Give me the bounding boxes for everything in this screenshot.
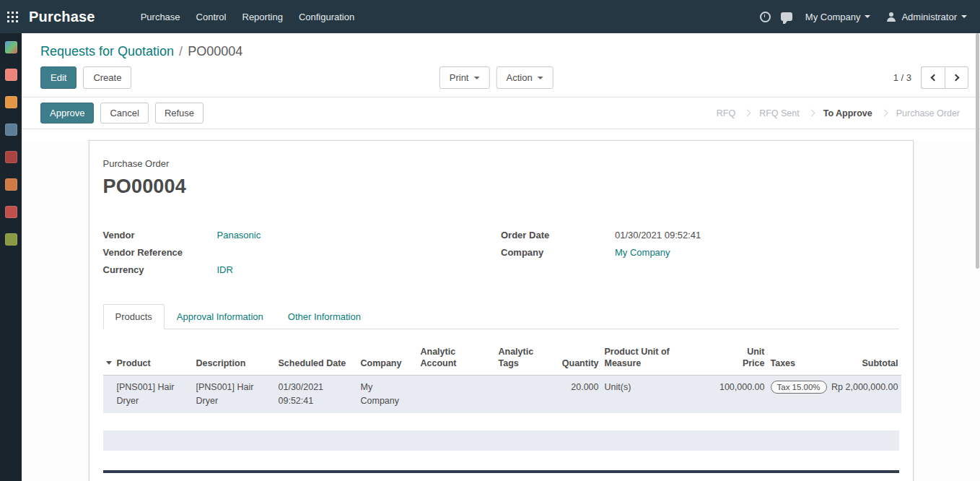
sidebar-app-icon[interactable]	[5, 96, 17, 108]
order-line-row[interactable]: [PNS001] Hair Dryer [PNS001] Hair Dryer …	[103, 376, 901, 414]
cell-taxes: Tax 15.00%	[768, 376, 828, 414]
column-description[interactable]: Description	[193, 343, 276, 376]
sidebar-app-icon[interactable]	[5, 178, 17, 191]
messages-icon[interactable]	[781, 12, 792, 21]
company-value-link[interactable]: My Company	[615, 247, 670, 258]
chevron-down-icon	[473, 77, 479, 79]
sidebar-app-icon[interactable]	[5, 206, 17, 218]
status-pipeline: RFQ RFQ Sent To Approve Purchase Order	[708, 105, 968, 121]
sidebar-app-icon[interactable]	[5, 124, 17, 136]
chevron-right-icon	[808, 110, 815, 117]
notebook-tabs: Products Approval Information Other Info…	[103, 303, 899, 329]
action-menus: Print Action	[439, 66, 554, 89]
chevron-down-icon	[961, 15, 967, 18]
breadcrumb-parent-link[interactable]: Requests for Quotation	[40, 44, 174, 58]
chevron-down-icon	[538, 77, 543, 79]
cell-uom: Unit(s)	[602, 376, 681, 414]
tab-other-information[interactable]: Other Information	[276, 304, 373, 329]
user-icon	[886, 12, 896, 22]
form-view: Purchase Order PO00004 Vendor Panasonic …	[22, 140, 980, 481]
sidebar-app-icon[interactable]	[5, 151, 17, 163]
cell-company: My Company	[358, 376, 418, 414]
vertical-scrollbar[interactable]	[976, 33, 979, 269]
currency-label: Currency	[103, 264, 217, 275]
action-label: Action	[506, 73, 532, 82]
statusbar: Approve Cancel Refuse RFQ RFQ Sent To Ap…	[22, 97, 980, 129]
print-label: Print	[450, 73, 469, 82]
menu-control[interactable]: Control	[188, 7, 235, 27]
column-subtotal[interactable]: Subtotal	[828, 343, 901, 376]
column-analytic-account[interactable]: Analytic Account	[418, 343, 496, 376]
column-taxes[interactable]: Taxes	[768, 343, 828, 376]
apps-grid-icon[interactable]	[0, 0, 25, 33]
breadcrumb-current: PO00004	[188, 44, 242, 58]
order-lines-table: Product Description Scheduled Date Compa…	[103, 343, 901, 413]
activities-icon[interactable]	[760, 12, 771, 22]
vendor-label: Vendor	[103, 230, 217, 240]
action-dropdown[interactable]: Action	[496, 66, 553, 89]
approve-button[interactable]: Approve	[40, 103, 94, 124]
column-company[interactable]: Company	[358, 343, 418, 376]
create-button[interactable]: Create	[83, 66, 131, 89]
status-to-approve[interactable]: To Approve	[815, 105, 881, 121]
sort-caret-icon[interactable]	[106, 361, 112, 365]
column-product-uom[interactable]: Product Unit of Measure	[602, 343, 681, 376]
form-sheet: Purchase Order PO00004 Vendor Panasonic …	[89, 140, 914, 481]
print-dropdown[interactable]: Print	[439, 66, 490, 89]
vendor-reference-label: Vendor Reference	[103, 247, 217, 258]
control-panel: Edit Create Print Action 1 / 3	[22, 60, 980, 97]
navbar-menu: Purchase Control Reporting Configuration	[133, 7, 363, 27]
menu-reporting[interactable]: Reporting	[235, 7, 291, 27]
sidebar-app-icon[interactable]	[5, 41, 17, 53]
order-date-value: 01/30/2021 09:52:41	[615, 230, 701, 240]
apps-grid-glyph	[7, 12, 18, 22]
cell-product: [PNS001] Hair Dryer	[114, 376, 193, 414]
document-number: PO00004	[103, 176, 899, 198]
cell-quantity: 20.000	[556, 376, 602, 414]
pager-next-button[interactable]	[945, 66, 968, 89]
edit-button[interactable]: Edit	[40, 66, 76, 89]
cancel-button[interactable]: Cancel	[100, 103, 148, 124]
chevron-right-icon	[952, 74, 959, 82]
navbar-systray: My Company Administrator	[760, 7, 970, 27]
breadcrumb: Requests for Quotation/PO00004	[22, 33, 980, 60]
status-rfq-sent[interactable]: RFQ Sent	[751, 105, 808, 121]
tab-products[interactable]: Products	[103, 304, 165, 329]
main-content: Requests for Quotation/PO00004 Edit Crea…	[22, 33, 980, 481]
cell-analytic-account	[418, 376, 496, 414]
user-name: Administrator	[901, 12, 957, 22]
pager-previous-button[interactable]	[921, 66, 945, 89]
sidebar-app-icon[interactable]	[5, 69, 17, 81]
company-switcher[interactable]: My Company	[802, 7, 874, 27]
cell-unit-price: 100,000.00	[681, 376, 768, 414]
tab-approval-information[interactable]: Approval Information	[165, 304, 276, 329]
column-product[interactable]: Product	[114, 343, 193, 376]
refuse-button[interactable]: Refuse	[155, 103, 204, 124]
currency-value-link[interactable]: IDR	[217, 264, 233, 275]
column-scheduled-date[interactable]: Scheduled Date	[276, 343, 358, 376]
vendor-value-link[interactable]: Panasonic	[217, 230, 261, 240]
cell-subtotal: Rp 2,000,000.00	[828, 376, 901, 414]
column-unit-price[interactable]: Unit Price	[681, 343, 768, 376]
company-label: Company	[501, 247, 615, 258]
order-date-label: Order Date	[501, 230, 615, 240]
app-sidebar	[0, 33, 22, 481]
table-footer-divider	[103, 470, 899, 473]
field-group: Vendor Panasonic Vendor Reference Curren…	[103, 228, 899, 280]
column-quantity[interactable]: Quantity	[556, 343, 602, 376]
cell-scheduled-date: 01/30/2021 09:52:41	[276, 376, 358, 414]
app-name[interactable]: Purchase	[29, 9, 95, 25]
tax-badge: Tax 15.00%	[771, 381, 827, 394]
column-analytic-tags[interactable]: Analytic Tags	[496, 343, 556, 376]
sidebar-app-icon[interactable]	[5, 233, 17, 246]
chevron-right-icon	[744, 110, 751, 117]
chevron-down-icon	[865, 15, 870, 18]
status-purchase-order[interactable]: Purchase Order	[888, 105, 968, 121]
empty-row	[103, 430, 899, 451]
menu-configuration[interactable]: Configuration	[291, 7, 362, 27]
user-menu[interactable]: Administrator	[883, 7, 970, 27]
cell-analytic-tags	[496, 376, 556, 414]
status-rfq[interactable]: RFQ	[708, 105, 744, 121]
cell-description: [PNS001] Hair Dryer	[193, 376, 276, 414]
menu-purchase[interactable]: Purchase	[133, 7, 188, 27]
